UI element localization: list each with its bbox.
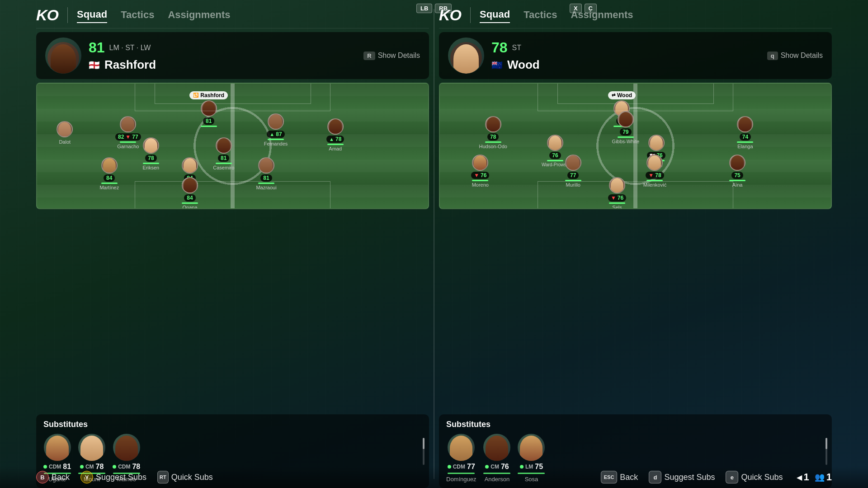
left-player-card: 81 LM · ST · LW 🏴󠁧󠁢󠁥󠁮󠁧󠁿 Rashford R Show … xyxy=(36,32,429,79)
left-header: KO Squad Tactics Assignments xyxy=(36,0,429,28)
right-player-avatar xyxy=(448,38,484,74)
left-detail-key: R xyxy=(363,52,375,60)
sels-rating: 76 xyxy=(618,195,623,201)
right-header-divider xyxy=(470,7,471,23)
y-key: Y xyxy=(80,471,93,483)
field-player-dalot[interactable]: Dalot xyxy=(57,121,73,145)
left-player-avatar xyxy=(45,38,81,74)
field-player-murillo[interactable]: 77 Murillo xyxy=(565,155,581,188)
milenkovic-rating: 78 xyxy=(655,172,661,178)
amad-name: Amad xyxy=(329,146,342,151)
left-tab-assignments[interactable]: Assignments xyxy=(168,7,230,23)
left-player-flag: 🏴󠁧󠁢󠁥󠁮󠁧󠁿 xyxy=(89,60,100,70)
counter-2: 👥 1 xyxy=(815,471,832,483)
murillo-rating: 77 xyxy=(570,172,576,178)
right-back-btn[interactable]: ESC Back xyxy=(601,471,638,483)
d-key: d xyxy=(649,471,661,483)
right-quick-subs-btn[interactable]: e Quick Subs xyxy=(726,471,783,483)
field-player-mazraoui[interactable]: 81 Mazraoui xyxy=(256,157,276,190)
mazraoui-name: Mazraoui xyxy=(256,185,276,190)
fernandes-rating: 87 xyxy=(276,131,282,137)
elanga-rating: 74 xyxy=(742,134,748,140)
garnacho-name: Garnacho xyxy=(117,144,139,149)
gibbs-white-name: Gibbs-White xyxy=(612,139,640,144)
field-player-aina[interactable]: 75 Aïna xyxy=(729,155,745,188)
right-nav: Squad Tactics Assignments xyxy=(480,7,633,23)
onana-name: Onana xyxy=(183,205,198,209)
left-back-btn[interactable]: B Back xyxy=(36,471,70,483)
martinez-name: Martínez xyxy=(99,185,119,190)
right-detail-key: q xyxy=(767,52,778,60)
right-header: KO Squad Tactics Assignments xyxy=(439,0,832,28)
field-player-gibbs-white[interactable]: 79 Gibbs-White xyxy=(612,111,640,144)
fernandes-name: Fernandes xyxy=(264,141,288,146)
left-suggest-subs-btn[interactable]: Y Suggest Subs xyxy=(80,471,146,483)
hudson-odoi-rating: 78 xyxy=(490,134,496,140)
left-field-container: 🔁 Rashford 81 82 ▼ 77 xyxy=(36,83,429,412)
b-key: B xyxy=(36,471,49,483)
right-player-rating: 78 xyxy=(491,39,508,56)
left-player-rating: 81 xyxy=(89,39,105,56)
amad-rating: 78 xyxy=(335,136,341,142)
field-player-fernandes[interactable]: ▲ 87 Fernandes xyxy=(264,113,288,146)
right-quick-subs-label: Quick Subs xyxy=(741,473,783,482)
left-suggest-label: Suggest Subs xyxy=(96,473,146,482)
field-player-milenkovic[interactable]: ▼ 78 Milenković xyxy=(643,155,666,188)
right-player-name: Wood xyxy=(507,58,540,72)
left-quick-subs-label: Quick Subs xyxy=(171,473,213,482)
rb-button[interactable]: RB xyxy=(435,4,452,13)
left-detail-label: Show Details xyxy=(378,52,420,60)
left-back-label: Back xyxy=(52,473,70,482)
right-player-info: 78 ST 🇳🇿 Wood xyxy=(491,39,760,72)
rashford-bubble-name: Rashford xyxy=(200,92,224,99)
rashford-rating: 81 xyxy=(206,118,212,124)
right-subs-title: Substitutes xyxy=(446,420,825,429)
right-bottom-actions: ESC Back d Suggest Subs e Quick Subs xyxy=(601,471,783,483)
right-tab-tactics[interactable]: Tactics xyxy=(524,7,557,23)
bottom-bar: B Back Y Suggest Subs RT Quick Subs ESC … xyxy=(0,466,868,488)
right-detail-label: Show Details xyxy=(781,52,823,60)
casemiro-name: Casemiro xyxy=(213,165,234,170)
right-show-details[interactable]: q Show Details xyxy=(767,52,823,60)
right-tab-squad[interactable]: Squad xyxy=(480,7,510,23)
left-nav: Squad Tactics Assignments xyxy=(77,7,231,23)
casemiro-rating: 81 xyxy=(221,155,226,161)
x-button[interactable]: X xyxy=(570,4,582,13)
left-tab-squad[interactable]: Squad xyxy=(77,7,107,23)
left-quick-subs-btn[interactable]: RT Quick Subs xyxy=(157,471,213,483)
right-back-label: Back xyxy=(620,473,638,482)
field-player-rashford[interactable]: 🔁 Rashford 81 xyxy=(189,91,228,127)
left-show-details[interactable]: R Show Details xyxy=(363,52,420,60)
right-suggest-subs-btn[interactable]: d Suggest Subs xyxy=(649,471,715,483)
garnacho-rating: 77 xyxy=(132,134,138,140)
ward-prowse-rating: 76 xyxy=(552,152,558,159)
field-player-martinez[interactable]: 84 Martínez xyxy=(99,157,119,190)
esc-key: ESC xyxy=(601,471,618,483)
field-player-onana[interactable]: 84 Onana xyxy=(182,177,198,209)
moreno-rating: 76 xyxy=(481,172,486,178)
field-player-eriksen[interactable]: 78 Eriksen xyxy=(143,137,160,170)
counter-1: ◀ 1 xyxy=(797,471,809,483)
wood-bubble-name: Wood xyxy=(617,92,632,99)
right-player-card: 78 ST 🇳🇿 Wood q Show Details xyxy=(439,32,832,79)
milenkovic-name: Milenković xyxy=(643,182,666,188)
field-player-hudson-odoi[interactable]: 78 Hudson-Odo xyxy=(479,116,507,149)
left-player-name: Rashford xyxy=(104,58,156,72)
field-player-moreno[interactable]: ▼ 76 Moreno xyxy=(471,155,489,188)
field-player-garnacho[interactable]: 82 ▼ 77 Garnacho xyxy=(115,116,141,149)
field-player-elanga[interactable]: 74 Elanga xyxy=(737,116,753,149)
onana-rating: 84 xyxy=(187,195,193,201)
right-field-container: ⇄ Wood 78 78 Hudson-Odo xyxy=(439,83,832,412)
eriksen-name: Eriksen xyxy=(143,165,160,170)
lb-button[interactable]: LB xyxy=(416,4,432,13)
rt-key: RT xyxy=(157,471,169,483)
field-player-casemiro[interactable]: 81 Casemiro xyxy=(213,137,234,170)
left-tab-tactics[interactable]: Tactics xyxy=(121,7,154,23)
field-player-amad[interactable]: ▲ 78 Amad xyxy=(326,118,344,151)
left-player-positions: LM · ST · LW xyxy=(109,44,151,52)
aina-rating: 75 xyxy=(734,172,740,178)
field-player-sels[interactable]: ▼ 76 Sels xyxy=(608,177,626,209)
left-bottom-actions: B Back Y Suggest Subs RT Quick Subs xyxy=(36,471,213,483)
c-button[interactable]: C xyxy=(585,4,597,13)
sels-name: Sels xyxy=(612,205,622,209)
